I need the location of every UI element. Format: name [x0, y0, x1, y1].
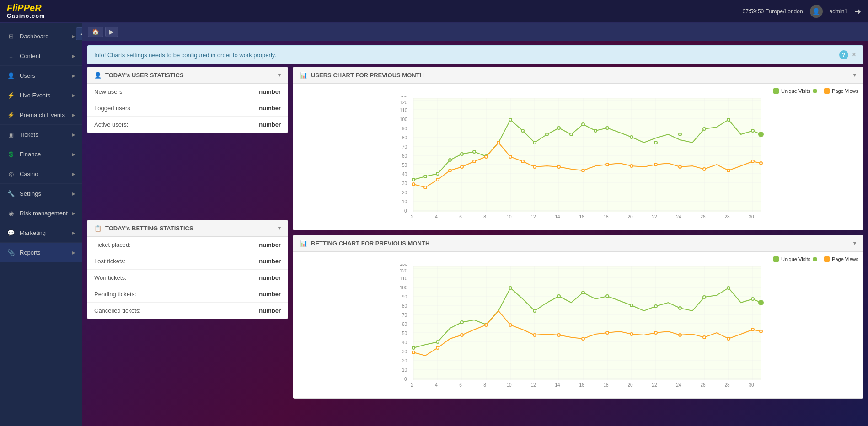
legend-page-views: Page Views	[824, 88, 858, 94]
sidebar-item-finance[interactable]: 💲 Finance ▶	[0, 144, 82, 164]
svg-point-165	[533, 334, 536, 336]
svg-text:20: 20	[627, 214, 633, 219]
svg-point-169	[630, 333, 633, 335]
user-stats-card: 👤 TODAY's USER STATISTICS ▾ New users: n…	[87, 67, 288, 133]
svg-text:70: 70	[402, 313, 407, 318]
sidebar-item-users[interactable]: 👤 Users ▶	[0, 66, 82, 85]
sidebar-item-content[interactable]: ≡ Content ▶	[0, 46, 82, 66]
won-tickets-row: Won tickets: number	[87, 270, 288, 286]
svg-point-157	[727, 287, 730, 289]
svg-point-71	[473, 160, 476, 163]
casino-icon: ◎	[7, 170, 15, 178]
sidebar-label-live-events: Live Events	[20, 92, 72, 99]
sidebar-label-reports: Reports	[20, 249, 72, 256]
home-breadcrumb-button[interactable]: 🏠	[88, 27, 103, 37]
svg-point-149	[533, 309, 536, 312]
svg-point-164	[509, 324, 512, 326]
svg-point-66	[412, 183, 415, 186]
svg-point-69	[449, 169, 451, 172]
page-views-label-2: Page Views	[832, 256, 858, 262]
page-views-color	[824, 88, 830, 94]
svg-text:80: 80	[402, 304, 407, 309]
logged-users-row: Logged users number	[87, 100, 288, 117]
chevron-right-icon: ▶	[72, 230, 75, 235]
user-stats-icon: 👤	[94, 72, 102, 79]
svg-point-43	[424, 175, 427, 178]
svg-text:28: 28	[724, 383, 730, 388]
svg-text:30: 30	[402, 181, 407, 186]
top-header: FliPPeR Casino.com 07:59:50 Europe/Londo…	[0, 0, 868, 23]
sidebar-item-marketing[interactable]: 💬 Marketing ▶	[0, 223, 82, 243]
chevron-right-icon: ▶	[72, 53, 75, 59]
svg-text:18: 18	[603, 383, 609, 388]
chevron-right-icon: ▶	[72, 93, 75, 98]
svg-point-81	[654, 163, 657, 166]
unique-visits-label: Unique Visits	[781, 88, 810, 94]
betting-stats-collapse-button[interactable]: ▾	[278, 225, 281, 231]
prematch-events-icon: ⚡	[7, 111, 15, 119]
sidebar-item-tickets[interactable]: ▣ Tickets ▶	[0, 125, 82, 144]
betting-stats-title: TODAY's BETTING STATISTICS	[105, 225, 193, 232]
svg-point-51	[521, 129, 524, 132]
svg-point-171	[679, 334, 681, 336]
forward-breadcrumb-button[interactable]: ▶	[105, 27, 118, 37]
svg-text:100: 100	[400, 117, 407, 122]
sidebar-item-reports[interactable]: 📎 Reports ▶	[0, 243, 82, 262]
svg-point-80	[630, 165, 633, 167]
svg-text:10: 10	[506, 383, 512, 388]
tickets-icon: ▣	[7, 130, 15, 138]
sidebar-item-settings[interactable]: 🔧 Settings ▶	[0, 184, 82, 203]
svg-text:20: 20	[402, 358, 407, 363]
svg-point-55	[570, 133, 573, 136]
svg-point-64	[751, 129, 754, 132]
new-users-value: number	[259, 88, 281, 95]
betting-stats-card: 📋 TODAY's BETTING STATISTICS ▾ Ticket pl…	[87, 220, 288, 319]
svg-point-63	[727, 118, 730, 121]
sidebar-toggle-button[interactable]: ◀	[76, 27, 82, 40]
svg-text:120: 120	[400, 268, 407, 273]
sidebar-item-live-events[interactable]: ⚡ Live Events ▶	[0, 85, 82, 105]
svg-text:20: 20	[627, 383, 633, 388]
unique-visits-color-2	[773, 256, 779, 262]
svg-point-172	[703, 336, 706, 339]
sidebar-label-users: Users	[20, 72, 72, 79]
sidebar-item-prematch-events[interactable]: ⚡ Prematch Events ▶	[0, 105, 82, 125]
settings-icon: 🔧	[7, 189, 15, 197]
svg-text:16: 16	[579, 214, 584, 219]
info-text: Info! Charts settings needs to be config…	[94, 52, 276, 59]
logo: FliPPeR Casino.com	[7, 3, 45, 19]
chevron-right-icon: ▶	[72, 191, 75, 196]
svg-point-85	[751, 160, 754, 163]
users-chart-body: Unique Visits Page Views	[293, 84, 863, 230]
help-icon[interactable]: ?	[839, 50, 848, 59]
legend-page-views-2: Page Views	[824, 256, 858, 262]
sidebar-item-dashboard[interactable]: ⊞ Dashboard ▶	[0, 27, 82, 46]
cancelled-tickets-value: number	[259, 307, 281, 314]
svg-text:10: 10	[402, 199, 407, 204]
lost-tickets-value: number	[259, 258, 281, 265]
chevron-right-icon: ▶	[72, 171, 75, 176]
svg-text:2: 2	[411, 383, 413, 388]
sidebar-item-risk-management[interactable]: ◉ Risk management ▶	[0, 203, 82, 223]
dashboard-icon: ⊞	[7, 32, 15, 40]
svg-text:12: 12	[530, 383, 536, 388]
betting-chart-collapse-button[interactable]: ▾	[853, 240, 856, 246]
users-chart-collapse-button[interactable]: ▾	[853, 72, 856, 78]
cancelled-tickets-row: Cancelled tickets: number	[87, 303, 288, 319]
svg-point-54	[557, 127, 560, 129]
svg-text:30: 30	[402, 349, 407, 354]
svg-point-145	[436, 341, 439, 343]
svg-text:12: 12	[530, 214, 536, 219]
sidebar-item-casino[interactable]: ◎ Casino ▶	[0, 164, 82, 184]
svg-point-73	[497, 141, 500, 144]
user-stats-collapse-button[interactable]: ▾	[278, 72, 281, 78]
legend-unique-visits-2: Unique Visits	[773, 256, 817, 262]
svg-text:0: 0	[404, 377, 407, 382]
svg-text:50: 50	[402, 163, 407, 168]
unique-visits-dot	[813, 89, 817, 93]
info-bar: Info! Charts settings needs to be config…	[87, 45, 863, 64]
svg-point-154	[654, 305, 657, 308]
logout-button[interactable]: ➜	[854, 6, 861, 16]
info-close-button[interactable]: ×	[852, 51, 856, 59]
svg-point-175	[760, 330, 762, 333]
